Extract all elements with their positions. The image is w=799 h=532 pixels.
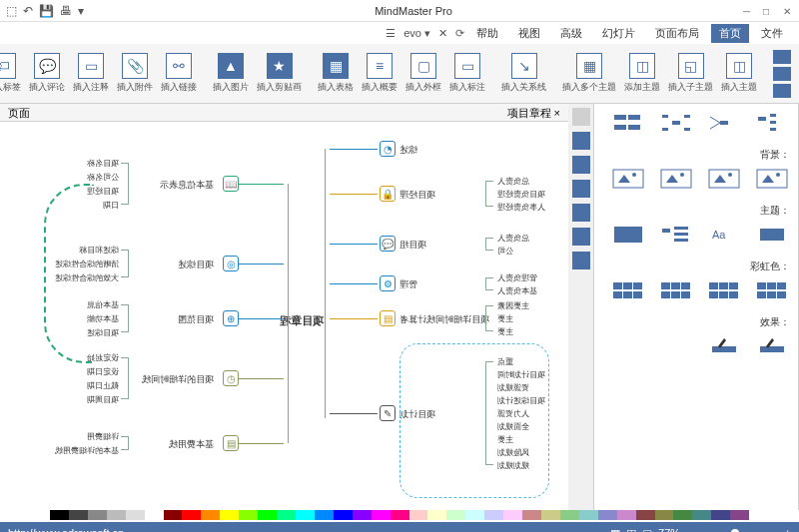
color-swatch[interactable] [277,510,296,520]
vtool-item[interactable] [572,228,590,246]
branch-node[interactable]: 基本信息表示 [160,179,214,192]
style-thumbnail[interactable]: Aa [706,224,742,246]
style-thumbnail[interactable] [658,168,694,190]
style-thumbnail[interactable] [706,112,742,134]
ribbon-button[interactable]: ◫插入主题 [721,53,757,94]
branch-node[interactable]: 项目综述 [178,259,214,271]
style-thumbnail[interactable] [610,112,646,134]
style-thumbnail[interactable] [658,279,694,301]
color-swatch[interactable] [239,510,258,520]
maximize-button[interactable]: □ [763,6,773,16]
color-swatch[interactable] [50,510,69,520]
menu-extra-icon[interactable]: ⟳ [455,27,464,40]
color-swatch[interactable] [503,510,522,520]
leaf-node[interactable]: 基本的详细费用线 [55,445,119,456]
ribbon-small-icon[interactable] [773,50,791,64]
minimize-button[interactable]: ─ [743,6,753,16]
color-swatch[interactable] [88,510,107,520]
menu-tab[interactable]: 页面布局 [647,24,707,43]
branch-node[interactable]: 管理 [400,278,417,291]
branch-node[interactable]: 项目的详细时间线 [142,373,214,386]
branch-node[interactable]: 项目经理 [400,189,435,202]
menu-tab[interactable]: 帮助 [468,24,506,43]
leaf-node[interactable]: 日期 [103,200,119,211]
vtool-item[interactable] [572,132,590,150]
ribbon-button[interactable]: ⚯插入链接 [161,53,197,94]
leaf-node[interactable]: 管理负责人 [497,272,537,283]
branch-icon[interactable]: 📖 [223,176,239,192]
color-swatch[interactable] [692,510,711,520]
branch-icon[interactable]: ✎ [380,405,396,421]
leaf-node[interactable]: 公司 [497,246,513,257]
branch-icon[interactable]: ▤ [223,435,239,451]
style-thumbnail[interactable] [658,112,694,134]
style-thumbnail[interactable] [754,168,790,190]
style-thumbnail[interactable] [610,168,646,190]
zoom-out[interactable]: − [686,527,692,532]
color-swatch[interactable] [353,510,372,520]
ribbon-button[interactable]: ↘插入关系线 [501,53,546,94]
style-thumbnail[interactable] [706,335,742,357]
branch-node[interactable]: 项目范围 [178,313,214,326]
leaf-node[interactable]: 详细费用 [87,431,119,442]
ribbon-button[interactable]: ▭插入标注 [449,53,485,94]
leaf-node[interactable]: 截止日期 [87,380,119,391]
color-swatch[interactable] [427,510,446,520]
color-swatch[interactable] [126,510,145,520]
menu-tab[interactable]: 首页 [711,24,749,43]
zoom-in[interactable]: + [785,527,791,532]
menu-extra-icon[interactable]: ☰ [386,27,396,40]
ribbon-button[interactable]: ▭插入注释 [73,53,109,94]
leaf-node[interactable]: 主要 [497,313,513,324]
leaf-node[interactable]: 基本负责人 [497,285,537,296]
color-swatch[interactable] [409,510,428,520]
ribbon-button[interactable]: ◱插入子主题 [668,53,713,94]
leaf-node[interactable]: 项目周期 [87,394,119,405]
color-swatch[interactable] [579,510,598,520]
color-swatch[interactable] [560,510,579,520]
branch-node[interactable]: 项目组 [400,239,426,252]
ribbon-button[interactable]: 💬插入评论 [29,53,65,94]
color-swatch[interactable] [372,510,391,520]
color-swatch[interactable] [484,510,503,520]
menu-tab[interactable]: 高级 [552,24,590,43]
vtool-item[interactable] [572,156,590,174]
color-swatch[interactable] [711,510,730,520]
style-thumbnail[interactable] [706,279,742,301]
color-swatch[interactable] [598,510,617,520]
leaf-node[interactable]: 主要 [497,326,513,337]
ribbon-button[interactable]: ▦插入表格 [318,53,354,94]
style-thumbnail[interactable] [754,335,790,357]
vtool-item[interactable] [572,108,590,126]
color-swatch[interactable] [296,510,315,520]
style-thumbnail[interactable] [610,224,646,246]
menu-extra-icon[interactable]: ✕ [438,27,447,40]
vtool-item[interactable] [572,180,590,198]
branch-icon[interactable]: 💬 [380,236,396,252]
qat-icon[interactable]: 💾 [39,4,54,18]
status-icon[interactable]: ◫ [626,527,636,533]
ribbon-small-icon[interactable] [773,67,791,81]
vtool-item[interactable] [572,252,590,269]
ribbon-button[interactable]: ▲插入图片 [213,53,249,94]
branch-node[interactable]: 项目详细时间线计算者 [400,313,489,326]
ribbon-button[interactable]: ▦插入多个主题 [562,53,616,94]
ribbon-button[interactable]: ▢插入外框 [405,53,441,94]
color-swatch[interactable] [465,510,484,520]
style-thumbnail[interactable] [754,224,790,246]
style-thumbnail[interactable] [754,112,790,134]
branch-icon[interactable]: ◔ [380,141,396,157]
color-swatch[interactable] [182,510,201,520]
color-swatch[interactable] [220,510,239,520]
menu-tab[interactable]: 文件 [753,24,791,43]
color-swatch[interactable] [446,510,465,520]
menu-extra-icon[interactable]: evo ▾ [403,27,430,40]
leaf-node[interactable]: 总负责人 [497,233,529,244]
leaf-node[interactable]: 项目名称 [87,158,119,169]
canvas[interactable]: 页面 项目章程 × 项目章程📖基本信息表示项目名称公司名称项目经理日期◎项目综述… [0,104,568,510]
ribbon-button[interactable]: ◫添加主题 [624,53,660,94]
close-button[interactable]: ✕ [783,6,793,16]
branch-icon[interactable]: ⚙ [380,275,396,291]
color-swatch[interactable] [617,510,636,520]
menu-tab[interactable]: 幻灯片 [594,24,643,43]
